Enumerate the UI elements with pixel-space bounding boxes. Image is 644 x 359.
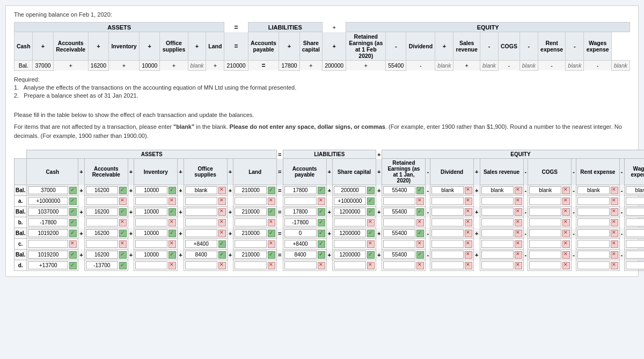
b-re-input[interactable] bbox=[383, 218, 415, 226]
bal2-cash-input[interactable] bbox=[28, 229, 68, 237]
bal2-div-check[interactable] bbox=[465, 230, 472, 237]
bal1-wages-input[interactable] bbox=[626, 208, 644, 216]
bal1-ar-input[interactable] bbox=[86, 208, 118, 216]
a-ar-input[interactable] bbox=[86, 197, 118, 205]
b-sr-input[interactable] bbox=[481, 218, 514, 226]
c-cash-check[interactable] bbox=[69, 240, 77, 248]
c-div-input[interactable] bbox=[431, 240, 464, 248]
c-ap-input[interactable] bbox=[284, 240, 317, 248]
d-sr-input[interactable] bbox=[481, 261, 514, 269]
bal0-re-check[interactable] bbox=[416, 187, 424, 194]
bal0-os-check[interactable] bbox=[218, 187, 226, 194]
c-ar-check[interactable] bbox=[119, 240, 127, 248]
b-cogs-input[interactable] bbox=[529, 218, 561, 226]
a-cogs-input[interactable] bbox=[529, 197, 561, 205]
a-sr-input[interactable] bbox=[481, 197, 514, 205]
b-land-check[interactable] bbox=[268, 219, 275, 226]
bal3-ar-input[interactable] bbox=[86, 251, 118, 259]
bal0-div-input[interactable] bbox=[431, 186, 464, 194]
bal3-os-input[interactable] bbox=[185, 251, 217, 259]
d-ap-check[interactable] bbox=[318, 262, 325, 269]
bal0-sc-check[interactable] bbox=[367, 187, 375, 194]
bal1-cash-input[interactable] bbox=[28, 208, 68, 216]
bal1-cogs-input[interactable] bbox=[529, 208, 561, 216]
bal1-ap-check[interactable] bbox=[318, 208, 325, 216]
bal2-cash-check[interactable] bbox=[69, 230, 77, 237]
bal3-re-check[interactable] bbox=[416, 251, 424, 259]
b-inv-input[interactable] bbox=[135, 218, 167, 226]
b-ap-check[interactable] bbox=[318, 219, 325, 226]
a-ar-check[interactable] bbox=[119, 197, 127, 205]
c-ar-input[interactable] bbox=[86, 240, 118, 248]
b-inv-check[interactable] bbox=[169, 219, 176, 226]
d-ar-check[interactable] bbox=[119, 262, 127, 269]
d-sc-check[interactable] bbox=[367, 262, 375, 269]
bal3-sc-input[interactable] bbox=[334, 251, 366, 259]
a-os-check[interactable] bbox=[218, 197, 226, 205]
c-cash-input[interactable] bbox=[28, 240, 68, 248]
a-land-input[interactable] bbox=[235, 197, 267, 205]
d-re-input[interactable] bbox=[383, 261, 415, 269]
b-sr-check[interactable] bbox=[515, 219, 522, 226]
bal2-ap-input[interactable] bbox=[284, 229, 317, 237]
bal3-land-input[interactable] bbox=[235, 251, 267, 259]
d-cash-input[interactable] bbox=[28, 261, 68, 269]
b-wages-input[interactable] bbox=[626, 218, 644, 226]
d-sc-input[interactable] bbox=[334, 261, 366, 269]
bal1-div-input[interactable] bbox=[431, 208, 464, 216]
d-rent-check[interactable] bbox=[611, 262, 618, 269]
bal2-ar-check[interactable] bbox=[119, 230, 127, 237]
bal3-inv-check[interactable] bbox=[169, 251, 176, 259]
d-cash-check[interactable] bbox=[69, 262, 77, 269]
bal3-sr-input[interactable] bbox=[481, 251, 514, 259]
bal3-cash-input[interactable] bbox=[28, 251, 68, 259]
bal2-ap-check[interactable] bbox=[318, 230, 325, 237]
a-ap-check[interactable] bbox=[318, 197, 325, 205]
bal1-os-input[interactable] bbox=[185, 208, 217, 216]
c-cogs-check[interactable] bbox=[562, 240, 570, 248]
c-sr-input[interactable] bbox=[481, 240, 514, 248]
bal3-cogs-input[interactable] bbox=[529, 251, 561, 259]
bal2-land-check[interactable] bbox=[268, 230, 275, 237]
d-ap-input[interactable] bbox=[284, 261, 317, 269]
bal3-cash-check[interactable] bbox=[69, 251, 77, 259]
a-wages-input[interactable] bbox=[626, 197, 644, 205]
bal3-ap-check[interactable] bbox=[318, 251, 325, 259]
bal0-sr-check[interactable] bbox=[515, 187, 522, 194]
a-sc-input[interactable] bbox=[334, 197, 366, 205]
c-re-input[interactable] bbox=[383, 240, 415, 248]
c-os-check[interactable] bbox=[218, 240, 226, 248]
a-div-input[interactable] bbox=[431, 197, 464, 205]
d-div-check[interactable] bbox=[465, 262, 472, 269]
c-sc-check[interactable] bbox=[367, 240, 375, 248]
b-div-check[interactable] bbox=[465, 219, 472, 226]
b-div-input[interactable] bbox=[431, 218, 464, 226]
bal3-land-check[interactable] bbox=[268, 251, 275, 259]
d-os-check[interactable] bbox=[218, 262, 226, 269]
d-cogs-input[interactable] bbox=[529, 261, 561, 269]
a-rent-input[interactable] bbox=[577, 197, 610, 205]
bal0-cogs-check[interactable] bbox=[562, 187, 570, 194]
a-rent-check[interactable] bbox=[611, 197, 618, 205]
c-sc-input[interactable] bbox=[334, 240, 366, 248]
b-sc-input[interactable] bbox=[334, 218, 366, 226]
bal2-rent-check[interactable] bbox=[611, 230, 618, 237]
bal0-wages-input[interactable] bbox=[626, 186, 644, 194]
bal1-sr-check[interactable] bbox=[515, 208, 522, 216]
d-land-check[interactable] bbox=[268, 262, 275, 269]
a-cash-input[interactable] bbox=[28, 197, 68, 205]
bal2-inv-input[interactable] bbox=[135, 229, 167, 237]
d-land-input[interactable] bbox=[235, 261, 267, 269]
bal1-re-input[interactable] bbox=[383, 208, 415, 216]
bal2-wages-input[interactable] bbox=[626, 229, 644, 237]
bal2-rent-input[interactable] bbox=[577, 229, 610, 237]
bal0-ar-input[interactable] bbox=[86, 186, 118, 194]
d-inv-check[interactable] bbox=[169, 262, 176, 269]
bal2-sr-input[interactable] bbox=[481, 229, 514, 237]
c-inv-input[interactable] bbox=[135, 240, 167, 248]
bal1-ap-input[interactable] bbox=[284, 208, 317, 216]
d-rent-input[interactable] bbox=[577, 261, 610, 269]
a-re-check[interactable] bbox=[416, 197, 424, 205]
bal1-land-check[interactable] bbox=[268, 208, 275, 216]
bal0-cogs-input[interactable] bbox=[529, 186, 561, 194]
